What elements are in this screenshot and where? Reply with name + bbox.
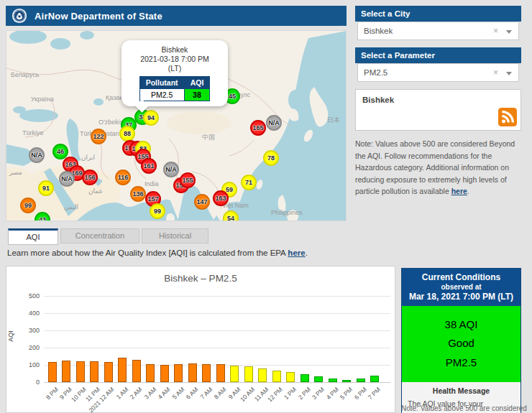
chart-bar (357, 379, 365, 382)
chart-bar (90, 361, 98, 382)
chart-bar (188, 363, 197, 382)
chart-bar (160, 365, 169, 382)
chart-gridline (44, 296, 390, 297)
sidebar-note: Note: Values above 500 are considered Be… (355, 138, 525, 198)
city-select[interactable]: Bishkek × (357, 22, 519, 40)
map-marker-aqi[interactable]: 88 (119, 126, 135, 141)
tab-aqi[interactable]: AQI (8, 228, 58, 245)
chart-bar (202, 364, 211, 382)
chart-y-tick: 500 (11, 292, 40, 300)
feed-box: Bishkek (355, 89, 521, 131)
chart-bar (342, 380, 351, 382)
chart-x-tick-label: 5 AM (171, 386, 186, 401)
map-marker-aqi[interactable]: 78 (263, 150, 279, 166)
map-country-label: Беларусь (11, 71, 39, 78)
sidebar-note-text: Note: Values above 500 are considered Be… (355, 139, 515, 195)
chart-y-tick: 0 (11, 379, 40, 386)
view-tabs: AQI Concentration Historical (8, 228, 211, 245)
map-country-label: 中国 (202, 133, 215, 142)
chart-bar (286, 372, 295, 382)
tab-historical[interactable]: Historical (142, 228, 208, 243)
chart-bar (132, 360, 141, 382)
map-marker-aqi[interactable]: N/A (266, 115, 282, 131)
chart-x-tick-label: 1 AM (115, 386, 130, 401)
learn-more-link[interactable]: here (288, 249, 305, 257)
chart-y-tick: 100 (11, 361, 40, 368)
chart-bar (146, 364, 155, 382)
map-marker-aqi[interactable]: 163 (213, 190, 229, 206)
map-marker-aqi[interactable]: 91 (38, 180, 54, 196)
popup-datetime: 2021-03-18 7:00 PM (121, 55, 228, 64)
map-marker-aqi[interactable]: 71 (241, 175, 257, 190)
map-marker-aqi[interactable]: 136 (130, 186, 146, 202)
map-marker-aqi[interactable]: 122 (91, 129, 106, 144)
map-marker-aqi[interactable]: 99 (20, 198, 36, 213)
chart-x-tick-label: 1 PM (283, 386, 298, 401)
clear-parameter-icon[interactable]: × (493, 64, 498, 81)
chart-x-tick-label: 10 AM (239, 386, 256, 403)
chart-x-tick-label: 3 PM (311, 386, 326, 401)
chart-gridline (44, 313, 390, 314)
aqi-map[interactable]: БеларусьУкраїнаҚазақстанTürkiyeO'zbekist… (6, 30, 347, 221)
tab-concentration[interactable]: Concentration (60, 228, 139, 243)
popup-col-pollutant: Pollutant (139, 77, 184, 89)
popup-table: Pollutant AQI PM2.5 38 (139, 76, 211, 101)
chart-x-tick-label: 10 PM (70, 386, 87, 403)
map-marker-aqi[interactable]: 99 (150, 203, 165, 219)
map-popup: Bishkek 2021-03-18 7:00 PM (LT) Pollutan… (121, 40, 228, 106)
chart-x-tick-label: 11 AM (253, 386, 270, 403)
popup-city: Bishkek (121, 45, 228, 55)
chart-x-tick-label: 6 PM (353, 386, 368, 401)
select-city-header: Select a City (355, 6, 521, 22)
map-marker-aqi[interactable]: 165 (250, 120, 266, 136)
map-marker-aqi[interactable]: 116 (115, 170, 131, 185)
parameter-select-value: PM2.5 (364, 68, 387, 77)
map-marker-aqi[interactable]: 147 (194, 194, 210, 210)
clear-city-icon[interactable]: × (493, 22, 498, 40)
chart-x-tick-label: 8 AM (213, 386, 228, 401)
chart-bar (76, 361, 85, 382)
chevron-down-icon[interactable] (506, 72, 512, 75)
sidebar-note-suffix: . (467, 187, 469, 195)
chart-x-tick-label: 3 AM (143, 386, 158, 401)
chart-bar (314, 376, 323, 382)
app-header: AirNow Department of State (6, 6, 347, 26)
dept-of-state-seal-icon (12, 8, 27, 24)
chart-y-tick: 200 (11, 344, 40, 351)
chevron-down-icon[interactable] (506, 30, 512, 34)
map-marker-aqi[interactable]: 155 (180, 172, 196, 188)
map-country-label: عمان (88, 187, 103, 195)
map-country-label: اليمن (64, 203, 78, 210)
map-marker-aqi[interactable]: 156 (82, 170, 98, 185)
map-marker-aqi[interactable]: N/A (59, 171, 75, 187)
chart-bar (329, 379, 337, 382)
learn-more-text: Learn more about how the Air Quality Ind… (7, 249, 308, 257)
map-marker-aqi[interactable]: 161 (141, 158, 157, 174)
chart-bar (62, 361, 70, 382)
parameter-select[interactable]: PM2.5 × (357, 63, 519, 82)
learn-more-suffix: . (306, 249, 308, 257)
chart-gridline (44, 382, 390, 383)
map-country-label: Україна (31, 96, 54, 103)
cc-note-clipped: Note: Values above 500 are considered Be… (401, 404, 529, 413)
rss-icon[interactable] (498, 108, 517, 126)
cc-aqi-block: 38 AQI Good PM2.5 (402, 306, 520, 382)
popup-aqi-value: 38 (184, 89, 210, 101)
chart-x-tick-label: 12 PM (266, 386, 283, 403)
cc-pollutant: PM2.5 (402, 353, 520, 372)
chart-title: Bishkek – PM2.5 (6, 273, 395, 284)
cc-aqi-value: 38 AQI (402, 315, 520, 334)
cc-category: Good (402, 334, 520, 353)
map-marker-aqi[interactable]: N/A (163, 162, 179, 177)
map-marker-aqi[interactable]: 94 (143, 110, 159, 126)
chart-x-tick-label: 8 PM (45, 386, 60, 401)
sidebar-note-link[interactable]: here (451, 187, 467, 195)
chart-bar (48, 362, 57, 382)
popup-lt: (LT) (121, 64, 228, 73)
map-country-label: India (145, 180, 159, 187)
chart-bar (272, 371, 281, 382)
map-marker-aqi[interactable]: 54 (223, 210, 239, 221)
map-marker-aqi[interactable]: N/A (29, 147, 45, 163)
chart-x-tick-label: 5 PM (339, 386, 354, 401)
cc-title: Current Conditions (403, 272, 519, 282)
